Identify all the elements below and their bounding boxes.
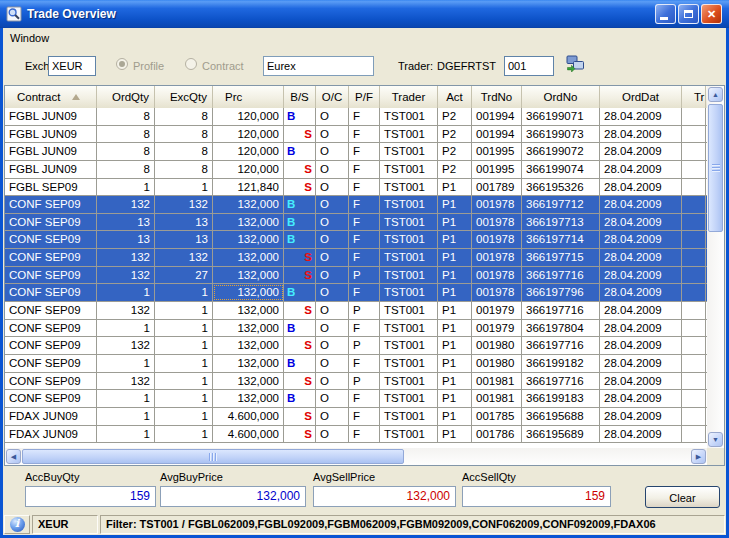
table-cell (682, 231, 706, 248)
column-header-b-s[interactable]: B/S (284, 86, 316, 108)
table-cell: P1 (438, 179, 472, 196)
table-cell: P (349, 337, 380, 354)
window-title: Trade Overview (27, 7, 116, 21)
table-cell: O (316, 249, 349, 266)
menu-item-window[interactable]: Window (3, 29, 56, 44)
table-row[interactable]: CONF SEP09132132132,000SOFTST001P1001978… (5, 249, 707, 267)
table-row[interactable]: CONF SEP091321132,000SOPTST001P100197936… (5, 302, 707, 320)
exch-input[interactable] (48, 56, 96, 76)
table-cell: 121,840 (213, 179, 284, 196)
table-row[interactable]: CONF SEP091313132,000BOFTST001P100197836… (5, 214, 707, 232)
table-cell: P1 (438, 284, 472, 301)
table-cell: 8 (97, 143, 155, 160)
table-cell: CONF SEP09 (5, 267, 97, 284)
table-cell: 366195688 (522, 408, 600, 425)
table-cell: 1 (97, 408, 155, 425)
table-cell: 1 (155, 390, 213, 407)
table-cell: O (316, 196, 349, 213)
table-cell: 28.04.2009 (600, 267, 682, 284)
column-header-ordno[interactable]: OrdNo (522, 86, 600, 108)
info-icon[interactable]: i (10, 517, 25, 532)
column-header-tr[interactable]: Tr (682, 86, 706, 108)
table-cell: CONF SEP09 (5, 355, 97, 372)
table-row[interactable]: CONF SEP091321132,000SOPTST001P100198036… (5, 337, 707, 355)
column-header-excqty[interactable]: ExcQty (155, 86, 213, 108)
scroll-left-button[interactable]: ◀ (6, 449, 21, 464)
trader-label: Trader: (398, 60, 433, 72)
table-cell: CONF SEP09 (5, 302, 97, 319)
sort-ascending-icon (72, 94, 80, 100)
close-button[interactable]: ✕ (701, 4, 722, 24)
clear-button[interactable]: Clear (645, 486, 720, 508)
table-cell: 1 (97, 179, 155, 196)
table-cell: 28.04.2009 (600, 320, 682, 337)
table-cell: 28.04.2009 (600, 196, 682, 213)
table-row[interactable]: FGBL JUN0988120,000SOFTST001P20019953661… (5, 161, 707, 179)
table-cell: TST001 (380, 126, 438, 143)
scroll-down-button[interactable]: ▼ (708, 432, 723, 447)
table-row[interactable]: CONF SEP0911132,000BOFTST001P10019803661… (5, 355, 707, 373)
table-cell: 1 (97, 284, 155, 301)
table-row[interactable]: FGBL JUN0988120,000SOFTST001P20019943661… (5, 126, 707, 144)
table-row[interactable]: CONF SEP09132132132,000BOFTST001P1001978… (5, 196, 707, 214)
table-cell: TST001 (380, 390, 438, 407)
table-cell: F (349, 143, 380, 160)
minimize-button[interactable] (655, 4, 676, 24)
table-cell: O (316, 284, 349, 301)
maximize-button[interactable] (678, 4, 699, 24)
table-cell: B (284, 231, 316, 248)
column-header-prc[interactable]: Prc (213, 86, 284, 108)
table-cell: 366199074 (522, 161, 600, 178)
column-header-trdno[interactable]: TrdNo (472, 86, 522, 108)
table-cell (682, 302, 706, 319)
table-cell: 28.04.2009 (600, 126, 682, 143)
column-header-o-c[interactable]: O/C (316, 86, 349, 108)
table-row[interactable]: CONF SEP0911132,000BOFTST001P10019813661… (5, 390, 707, 408)
table-cell: 366199073 (522, 126, 600, 143)
profile-radio-label: Profile (133, 60, 164, 72)
table-cell: 120,000 (213, 143, 284, 160)
scroll-right-button[interactable]: ▶ (691, 449, 706, 464)
table-row[interactable]: FGBL JUN0988120,000BOFTST001P20019953661… (5, 143, 707, 161)
table-cell: 132,000 (213, 214, 284, 231)
table-cell: B (284, 390, 316, 407)
table-cell: 132,000 (213, 390, 284, 407)
table-cell: CONF SEP09 (5, 390, 97, 407)
column-header-ordqty[interactable]: OrdQty (97, 86, 155, 108)
vertical-scrollbar[interactable]: ▲ ▼ (707, 86, 724, 448)
table-row[interactable]: CONF SEP0913227132,000SOPTST001P10019783… (5, 267, 707, 285)
table-cell: TST001 (380, 161, 438, 178)
table-cell: 132,000 (213, 373, 284, 390)
table-cell: 132 (97, 249, 155, 266)
table-cell: P (349, 373, 380, 390)
table-cell: 1 (155, 302, 213, 319)
sync-icon[interactable] (566, 55, 585, 74)
table-cell: O (316, 355, 349, 372)
vertical-scroll-thumb[interactable] (708, 104, 723, 232)
table-row[interactable]: FDAX JUN09114.600,000SOFTST001P100178536… (5, 408, 707, 426)
trader-number-input[interactable] (504, 56, 554, 76)
table-cell: 001995 (472, 143, 522, 160)
table-row[interactable]: FDAX JUN09114.600,000SOFTST001P100178636… (5, 426, 707, 444)
table-row[interactable]: CONF SEP091313132,000BOFTST001P100197836… (5, 231, 707, 249)
scroll-up-button[interactable]: ▲ (708, 87, 723, 102)
table-row[interactable]: FGBL JUN0988120,000BOFTST001P20019943661… (5, 108, 707, 126)
column-header-trader[interactable]: Trader (380, 86, 438, 108)
table-row[interactable]: FGBL SEP0911121,840SOFTST001P10017893661… (5, 179, 707, 197)
column-header-orddat[interactable]: OrdDat (600, 86, 682, 108)
table-cell: 27 (155, 267, 213, 284)
profile-name-input[interactable] (263, 56, 374, 76)
table-cell: 001978 (472, 214, 522, 231)
table-row[interactable]: CONF SEP091321132,000SOPTST001P100198136… (5, 373, 707, 391)
table-cell: 1 (155, 337, 213, 354)
table-cell: FGBL SEP09 (5, 179, 97, 196)
horizontal-scroll-thumb[interactable] (22, 449, 404, 464)
table-cell: 1 (97, 355, 155, 372)
table-cell: P1 (438, 267, 472, 284)
column-header-contract[interactable]: Contract (5, 86, 97, 108)
table-row[interactable]: CONF SEP0911132,000BOFTST001P10019783661… (5, 284, 707, 302)
column-header-p-f[interactable]: P/F (349, 86, 380, 108)
table-row[interactable]: CONF SEP0911132,000BOFTST001P10019793661… (5, 320, 707, 338)
column-header-act[interactable]: Act (438, 86, 472, 108)
horizontal-scrollbar[interactable]: ◀ ▶ (5, 448, 707, 465)
